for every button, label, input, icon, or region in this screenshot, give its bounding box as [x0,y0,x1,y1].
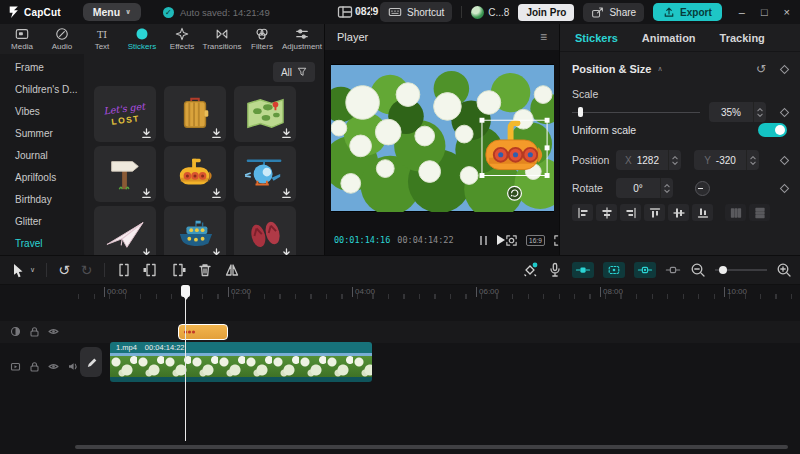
category-summer[interactable]: Summer [0,123,84,145]
category-childrens-day[interactable]: Children's D... [0,79,84,101]
category-birthday[interactable]: Birthday [0,189,84,211]
category-journal[interactable]: Journal [0,145,84,167]
lock-icon[interactable] [29,361,40,372]
reset-icon[interactable]: ↺ [756,62,766,76]
video-preview[interactable] [331,64,554,212]
preview-quality-icon[interactable] [505,234,518,247]
rotate-dial[interactable] [695,181,710,196]
smart-tools-button[interactable] [522,262,538,278]
redo-button[interactable]: ↻ [81,262,93,278]
stepper-icon[interactable] [660,178,673,198]
tab-adjustment[interactable]: Adjustment [282,24,322,54]
layout-switch-button[interactable]: ∨ [337,4,361,20]
pause-button[interactable] [480,236,488,245]
sticker-card-suitcase[interactable] [164,86,226,142]
collapse-caret-icon[interactable]: ∧ [657,65,662,73]
shortcut-button[interactable]: Shortcut [380,2,452,22]
download-icon[interactable] [280,127,293,140]
speaker-icon[interactable] [67,361,78,372]
eye-icon[interactable] [48,361,59,372]
align-right-button[interactable] [620,204,641,221]
sticker-card-lets-get-lost[interactable]: Let's get LOST [94,86,156,142]
timeline-zoom-in-button[interactable] [776,262,792,278]
playhead-line[interactable] [185,285,186,441]
download-icon[interactable] [280,187,293,200]
video-clip[interactable]: 1.mp4 00:04:14:22 [110,342,372,382]
maximize-button[interactable]: □ [761,6,768,18]
preview-axis-button[interactable] [665,262,681,278]
category-travel[interactable]: Travel [0,233,84,255]
timeline-zoom-slider[interactable] [715,265,767,275]
position-y-field[interactable]: Y -320 [694,150,746,170]
auto-preview-toggle[interactable] [603,262,625,278]
align-center-horizontal-button[interactable] [596,204,617,221]
rotate-value-field[interactable]: 0° [616,178,660,198]
magnetic-snap-toggle[interactable] [572,262,594,278]
stepper-icon[interactable] [753,102,766,122]
tab-text[interactable]: TI Text [82,24,122,54]
align-top-button[interactable] [644,204,665,221]
slider-handle[interactable] [578,107,583,117]
horizontal-scrollbar[interactable] [75,445,788,449]
tab-tracking[interactable]: Tracking [720,32,765,44]
category-glitter[interactable]: Glitter [0,211,84,233]
category-vibes[interactable]: Vibes [0,101,84,123]
download-icon[interactable] [140,127,153,140]
distribute-horizontal-button[interactable] [725,204,746,221]
player-menu-icon[interactable]: ≡ [540,30,547,44]
download-icon[interactable] [140,187,153,200]
tab-stickers[interactable]: Stickers [122,24,162,54]
eye-icon[interactable] [48,326,59,337]
stepper-icon[interactable] [668,150,681,170]
slider-handle[interactable] [719,266,727,274]
tab-stickers-settings[interactable]: Stickers [575,32,618,44]
sticker-card-ship[interactable] [164,206,226,255]
sticker-card-travel-map[interactable] [234,86,296,142]
position-x-field[interactable]: X 1282 [616,150,668,170]
lock-icon[interactable] [29,326,40,337]
minimize-button[interactable]: – [739,6,745,18]
sticker-card-paper-plane[interactable] [94,206,156,255]
keyframe-diamond-icon[interactable] [779,183,790,194]
record-voiceover-button[interactable] [547,262,563,278]
download-icon[interactable] [210,247,223,255]
tab-filters[interactable]: Filters [242,24,282,54]
sticker-card-helicopter[interactable] [234,146,296,202]
scale-slider[interactable] [572,107,700,117]
tab-audio[interactable]: Audio [42,24,82,54]
uniform-scale-toggle[interactable] [758,123,787,137]
stepper-icon[interactable] [746,150,759,170]
align-bottom-button[interactable] [692,204,713,221]
link-clips-toggle[interactable] [634,262,656,278]
delete-right-button[interactable] [170,262,186,278]
split-button[interactable] [116,262,132,278]
keyframe-diamond-icon[interactable] [779,107,790,118]
join-pro-button[interactable]: Join Pro [518,4,574,21]
timeline[interactable]: 00:00 02:00 04:00 06:00 08:00 10:00 [0,285,800,454]
delete-left-button[interactable] [143,262,159,278]
mirror-button[interactable] [224,262,240,278]
edit-cover-button[interactable] [80,347,102,377]
close-button[interactable]: × [784,6,790,18]
export-button[interactable]: Export [653,3,722,21]
timeline-zoom-out-button[interactable] [690,262,706,278]
download-icon[interactable] [210,187,223,200]
download-icon[interactable] [280,247,293,255]
share-button[interactable]: Share [583,3,644,22]
distribute-vertical-button[interactable] [749,204,770,221]
align-left-button[interactable] [572,204,593,221]
filter-all-button[interactable]: All [273,62,315,82]
sticker-card-submarine[interactable] [164,146,226,202]
align-middle-vertical-button[interactable] [668,204,689,221]
menu-button[interactable]: Menu ∨ [83,3,141,21]
download-icon[interactable] [210,127,223,140]
sticker-card-signpost[interactable] [94,146,156,202]
playhead-handle[interactable] [181,285,190,297]
download-icon[interactable] [140,247,153,255]
tab-transitions[interactable]: Transitions [202,24,242,54]
tab-animation[interactable]: Animation [642,32,696,44]
tab-media[interactable]: Media [2,24,42,54]
tab-effects[interactable]: Effects [162,24,202,54]
sticker-card-flip-flops[interactable] [234,206,296,255]
play-button[interactable] [497,235,505,245]
